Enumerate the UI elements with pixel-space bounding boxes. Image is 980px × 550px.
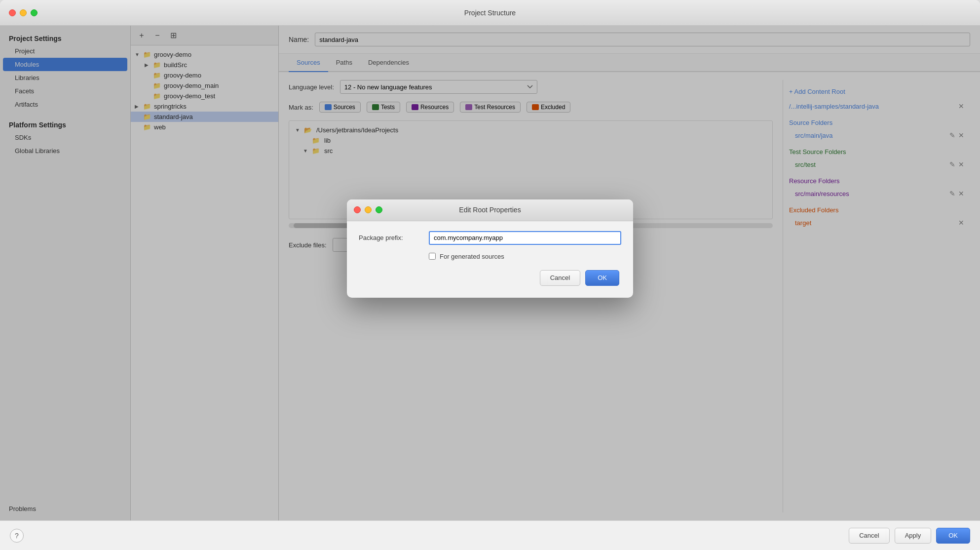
sidebar-item-libraries[interactable]: Libraries bbox=[0, 71, 130, 84]
resource-folder-entry: src/main/resources ✎ ✕ bbox=[789, 189, 964, 198]
test-source-folders-section: Test Source Folders bbox=[789, 148, 964, 156]
add-module-button[interactable]: + bbox=[136, 30, 148, 41]
modal-cancel-button[interactable]: Cancel bbox=[540, 270, 580, 286]
sidebar-item-problems[interactable]: Problems bbox=[0, 502, 130, 515]
sidebar-item-artifacts[interactable]: Artifacts bbox=[0, 98, 130, 111]
modal-minimize-button[interactable] bbox=[365, 206, 372, 213]
minimize-button[interactable] bbox=[20, 9, 27, 16]
folder-icon: 📁 bbox=[152, 82, 161, 89]
mark-sources-button[interactable]: Sources bbox=[319, 102, 361, 113]
tab-paths[interactable]: Paths bbox=[328, 54, 360, 72]
modal-close-button[interactable] bbox=[354, 206, 361, 213]
mark-as-row: Mark as: Sources Tests Resources bbox=[289, 102, 773, 113]
remove-content-root-button[interactable]: ✕ bbox=[958, 102, 964, 110]
resource-folder-actions: ✎ ✕ bbox=[949, 190, 964, 197]
excluded-folders-section: Excluded Folders bbox=[789, 206, 964, 214]
content-roots-panel: + Add Content Root /...intellij-samples/… bbox=[783, 80, 970, 512]
folder-icon: 📁 bbox=[143, 114, 151, 120]
language-level-row: Language level: 12 - No new language fea… bbox=[289, 80, 773, 94]
source-folder-actions: ✎ ✕ bbox=[949, 131, 964, 139]
tree-src[interactable]: ▼ 📁 src bbox=[293, 146, 768, 156]
copy-module-button[interactable]: ⊞ bbox=[167, 30, 179, 41]
modal-body: Package prefix: For generated sources Ca… bbox=[347, 221, 633, 298]
ok-button[interactable]: OK bbox=[936, 528, 970, 544]
name-input[interactable] bbox=[315, 33, 970, 46]
tree-item-groovy-demo-test[interactable]: 📁 groovy-demo_test bbox=[131, 91, 278, 101]
remove-excluded-folder-button[interactable]: ✕ bbox=[958, 219, 964, 227]
close-button[interactable] bbox=[9, 9, 16, 16]
folder-icon: 📁 bbox=[152, 62, 161, 69]
root-path[interactable]: ▼ 📂 /Users/jetbrains/IdeaProjects bbox=[293, 125, 768, 135]
mark-excluded-button[interactable]: Excluded bbox=[527, 102, 570, 113]
for-generated-label: For generated sources bbox=[440, 253, 504, 260]
tabs-row: Sources Paths Dependencies bbox=[279, 54, 980, 72]
exclude-files-label: Exclude files: bbox=[289, 241, 327, 249]
sidebar-item-modules[interactable]: Modules bbox=[3, 58, 127, 71]
bottom-left: ? bbox=[10, 529, 24, 543]
modal-maximize-button[interactable] bbox=[376, 206, 382, 213]
resources-folder-icon bbox=[412, 104, 418, 110]
folder-icon: 📁 bbox=[152, 72, 161, 79]
modal-ok-button[interactable]: OK bbox=[585, 270, 619, 286]
excluded-folder-icon bbox=[532, 104, 539, 110]
modal-title: Edit Root Properties bbox=[459, 206, 521, 214]
tree-item-springtricks[interactable]: ▶ 📁 springtricks bbox=[131, 101, 278, 112]
title-bar: Project Structure bbox=[0, 0, 980, 26]
maximize-button[interactable] bbox=[31, 9, 38, 16]
tree-item-groovy-demo-sub[interactable]: 📁 groovy-demo bbox=[131, 70, 278, 80]
mark-as-label: Mark as: bbox=[289, 104, 313, 111]
excluded-folder-entry: target ✕ bbox=[789, 218, 964, 228]
tree-item-buildsrc[interactable]: ▶ 📁 buildSrc bbox=[131, 60, 278, 70]
remove-resource-folder-button[interactable]: ✕ bbox=[958, 190, 964, 197]
help-button[interactable]: ? bbox=[10, 529, 24, 543]
add-content-root-button[interactable]: + Add Content Root bbox=[789, 86, 964, 97]
content-root-path: /...intellij-samples/standard-java ✕ bbox=[789, 101, 964, 111]
sidebar-item-facets[interactable]: Facets bbox=[0, 84, 130, 98]
module-tree-content: ▼ 📁 groovy-demo ▶ 📁 buildSrc 📁 groovy-de… bbox=[131, 45, 278, 520]
folder-icon: 📁 bbox=[152, 93, 161, 100]
sidebar-item-global-libraries[interactable]: Global Libraries bbox=[0, 144, 130, 157]
package-prefix-row: Package prefix: bbox=[359, 231, 621, 245]
language-level-select[interactable]: 12 - No new language features bbox=[340, 80, 537, 94]
for-generated-checkbox[interactable] bbox=[429, 253, 436, 260]
tree-item-groovy-demo[interactable]: ▼ 📁 groovy-demo bbox=[131, 49, 278, 60]
bottom-right: Cancel Apply OK bbox=[849, 528, 970, 544]
test-source-folder-entry: src/test ✎ ✕ bbox=[789, 159, 964, 169]
modal-buttons: Cancel OK bbox=[359, 270, 621, 288]
sidebar-item-sdks[interactable]: SDKs bbox=[0, 131, 130, 144]
resource-folders-section: Resource Folders bbox=[789, 177, 964, 185]
project-settings-section: Project Settings bbox=[0, 31, 130, 44]
edit-source-folder-button[interactable]: ✎ bbox=[949, 131, 955, 139]
folder-icon: 📁 bbox=[143, 103, 151, 110]
expand-arrow: ▶ bbox=[145, 62, 152, 68]
name-row: Name: bbox=[279, 26, 980, 54]
remove-module-button[interactable]: − bbox=[151, 30, 163, 41]
mark-tests-button[interactable]: Tests bbox=[367, 102, 400, 113]
tab-dependencies[interactable]: Dependencies bbox=[360, 54, 417, 72]
tree-item-web[interactable]: 📁 web bbox=[131, 122, 278, 132]
sources-folder-icon bbox=[325, 104, 332, 110]
remove-test-source-folder-button[interactable]: ✕ bbox=[958, 160, 964, 168]
sidebar-item-project[interactable]: Project bbox=[0, 44, 130, 58]
tab-sources[interactable]: Sources bbox=[289, 54, 328, 72]
folder-icon: 📁 bbox=[143, 51, 151, 58]
package-prefix-input[interactable] bbox=[429, 231, 621, 245]
edit-test-source-folder-button[interactable]: ✎ bbox=[949, 160, 955, 168]
bottom-bar: ? Cancel Apply OK bbox=[0, 520, 980, 550]
expand-arrow: ▼ bbox=[135, 52, 143, 57]
tree-lib[interactable]: 📁 lib bbox=[293, 135, 768, 146]
name-label: Name: bbox=[289, 36, 309, 43]
content-root-folder-icon: 📂 bbox=[304, 126, 312, 134]
window-title: Project Structure bbox=[464, 9, 516, 17]
lib-folder-icon: 📁 bbox=[312, 137, 320, 144]
edit-resource-folder-button[interactable]: ✎ bbox=[949, 190, 955, 197]
language-level-label: Language level: bbox=[289, 83, 334, 91]
mark-resources-button[interactable]: Resources bbox=[406, 102, 454, 113]
tree-item-groovy-demo-main[interactable]: 📁 groovy-demo_main bbox=[131, 80, 278, 91]
cancel-button[interactable]: Cancel bbox=[849, 528, 889, 544]
module-tree: + − ⊞ ▼ 📁 groovy-demo ▶ 📁 buildSrc bbox=[131, 26, 279, 520]
tree-item-standard-java[interactable]: 📁 standard-java bbox=[131, 112, 278, 122]
remove-source-folder-button[interactable]: ✕ bbox=[958, 131, 964, 139]
mark-test-resources-button[interactable]: Test Resources bbox=[460, 102, 521, 113]
apply-button[interactable]: Apply bbox=[895, 528, 932, 544]
